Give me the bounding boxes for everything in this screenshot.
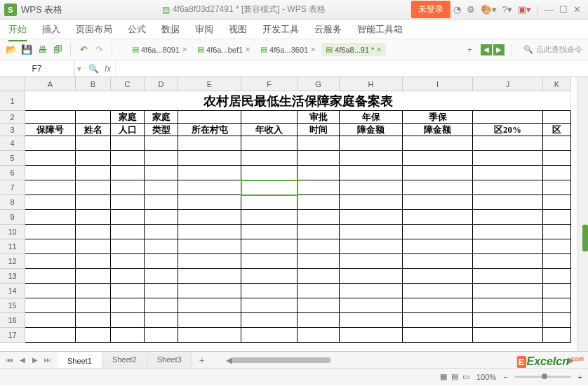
cell-I7[interactable] bbox=[403, 180, 473, 195]
cell-G15[interactable] bbox=[298, 298, 340, 313]
menu-item-4[interactable]: 数据 bbox=[161, 23, 180, 36]
cell-A13[interactable] bbox=[25, 269, 76, 284]
cell-B10[interactable] bbox=[76, 225, 111, 239]
cell-H13[interactable] bbox=[340, 269, 403, 284]
doc-tab-2[interactable]: ▤4f6a...3601✕ bbox=[256, 43, 320, 56]
zoom-slider[interactable] bbox=[515, 376, 571, 378]
cell-E9[interactable] bbox=[178, 210, 241, 225]
header-cell-H2[interactable]: 年保 bbox=[340, 111, 403, 124]
cell-G14[interactable] bbox=[298, 284, 340, 298]
cell-E8[interactable] bbox=[178, 195, 241, 210]
header-cell-H3[interactable]: 障金额 bbox=[340, 124, 403, 136]
name-box-dropdown-icon[interactable]: ▾ bbox=[74, 64, 84, 74]
cell-E10[interactable] bbox=[178, 225, 241, 239]
cell-J6[interactable] bbox=[473, 166, 543, 180]
cell-I12[interactable] bbox=[403, 254, 473, 269]
cell-B17[interactable] bbox=[76, 328, 111, 343]
header-cell-J2[interactable] bbox=[473, 111, 543, 124]
col-header-B[interactable]: B bbox=[76, 77, 111, 91]
undo-icon[interactable]: ↶ bbox=[78, 44, 89, 55]
header-cell-K2[interactable] bbox=[543, 111, 571, 124]
sheet-tab-Sheet3[interactable]: Sheet3 bbox=[147, 352, 192, 368]
row-header-14[interactable]: 14 bbox=[0, 284, 25, 298]
cell-K17[interactable] bbox=[543, 328, 571, 343]
cell-G10[interactable] bbox=[298, 225, 340, 239]
cell-A17[interactable] bbox=[25, 328, 76, 343]
cell-C5[interactable] bbox=[111, 151, 145, 166]
cell-A5[interactable] bbox=[25, 151, 76, 166]
header-cell-B3[interactable]: 姓名 bbox=[76, 124, 111, 136]
cell-G16[interactable] bbox=[298, 313, 340, 328]
cell-C4[interactable] bbox=[111, 136, 145, 151]
cell-K11[interactable] bbox=[543, 239, 571, 254]
cell-E5[interactable] bbox=[178, 151, 241, 166]
cell-B11[interactable] bbox=[76, 239, 111, 254]
cell-G17[interactable] bbox=[298, 328, 340, 343]
row-header-15[interactable]: 15 bbox=[0, 298, 25, 313]
tab-next-button[interactable]: ▶ bbox=[493, 44, 505, 55]
cell-I17[interactable] bbox=[403, 328, 473, 343]
col-header-A[interactable]: A bbox=[25, 77, 76, 91]
cell-F10[interactable] bbox=[241, 225, 298, 239]
view-normal-icon[interactable]: ▦ bbox=[440, 372, 447, 381]
sheet-tab-Sheet2[interactable]: Sheet2 bbox=[102, 352, 147, 368]
cell-J16[interactable] bbox=[473, 313, 543, 328]
col-header-F[interactable]: F bbox=[241, 77, 298, 91]
cell-J5[interactable] bbox=[473, 151, 543, 166]
header-cell-G2[interactable]: 审批 bbox=[298, 111, 340, 124]
col-header-J[interactable]: J bbox=[473, 77, 543, 91]
cell-C9[interactable] bbox=[111, 210, 145, 225]
cell-K4[interactable] bbox=[543, 136, 571, 151]
doc-tab-1[interactable]: ▤4f6a...bef1✕ bbox=[193, 43, 255, 56]
cell-H8[interactable] bbox=[340, 195, 403, 210]
cell-A14[interactable] bbox=[25, 284, 76, 298]
cell-I9[interactable] bbox=[403, 210, 473, 225]
header-cell-E2[interactable] bbox=[178, 111, 241, 124]
settings-icon[interactable]: ⚙ bbox=[464, 3, 478, 16]
sheet-next-button[interactable]: ▶ bbox=[29, 355, 41, 366]
print-icon[interactable]: 🖶 bbox=[36, 44, 48, 55]
row-header-7[interactable]: 7 bbox=[0, 180, 25, 195]
cell-D12[interactable] bbox=[145, 254, 178, 269]
cell-J14[interactable] bbox=[473, 284, 543, 298]
cell-K5[interactable] bbox=[543, 151, 571, 166]
fn-search-icon[interactable]: 🔍 bbox=[88, 64, 99, 74]
cell-F17[interactable] bbox=[241, 328, 298, 343]
cell-D14[interactable] bbox=[145, 284, 178, 298]
menu-item-0[interactable]: 开始 bbox=[8, 23, 27, 41]
cell-D16[interactable] bbox=[145, 313, 178, 328]
preview-icon[interactable]: 🗐 bbox=[52, 44, 63, 55]
cell-K15[interactable] bbox=[543, 298, 571, 313]
col-header-K[interactable]: K bbox=[543, 77, 571, 91]
zoom-in-button[interactable]: + bbox=[578, 373, 582, 381]
cell-I11[interactable] bbox=[403, 239, 473, 254]
cell-A12[interactable] bbox=[25, 254, 76, 269]
cell-A11[interactable] bbox=[25, 239, 76, 254]
cell-G9[interactable] bbox=[298, 210, 340, 225]
row-header-16[interactable]: 16 bbox=[0, 313, 25, 328]
view-preview-icon[interactable]: ▭ bbox=[462, 372, 469, 381]
cell-K7[interactable] bbox=[543, 180, 571, 195]
zoom-level[interactable]: 100% bbox=[476, 373, 496, 381]
doc-tab-0[interactable]: ▤4f6a...8091✕ bbox=[128, 43, 192, 56]
cell-J9[interactable] bbox=[473, 210, 543, 225]
header-cell-D2[interactable]: 家庭 bbox=[145, 111, 178, 124]
open-icon[interactable]: 📂 bbox=[6, 44, 17, 55]
cell-C11[interactable] bbox=[111, 239, 145, 254]
cell-K6[interactable] bbox=[543, 166, 571, 180]
cell-B13[interactable] bbox=[76, 269, 111, 284]
cell-D7[interactable] bbox=[145, 180, 178, 195]
cell-J12[interactable] bbox=[473, 254, 543, 269]
minimize-button[interactable]: — bbox=[542, 3, 556, 16]
col-header-D[interactable]: D bbox=[145, 77, 178, 91]
cell-H5[interactable] bbox=[340, 151, 403, 166]
cell-J10[interactable] bbox=[473, 225, 543, 239]
cell-C14[interactable] bbox=[111, 284, 145, 298]
header-cell-F3[interactable]: 年收入 bbox=[241, 124, 298, 136]
menu-item-9[interactable]: 智能工具箱 bbox=[357, 23, 403, 36]
cell-K8[interactable] bbox=[543, 195, 571, 210]
cell-H15[interactable] bbox=[340, 298, 403, 313]
menu-item-8[interactable]: 云服务 bbox=[314, 23, 342, 36]
header-cell-C3[interactable]: 人口 bbox=[111, 124, 145, 136]
header-cell-J3[interactable]: 区20% bbox=[473, 124, 543, 136]
